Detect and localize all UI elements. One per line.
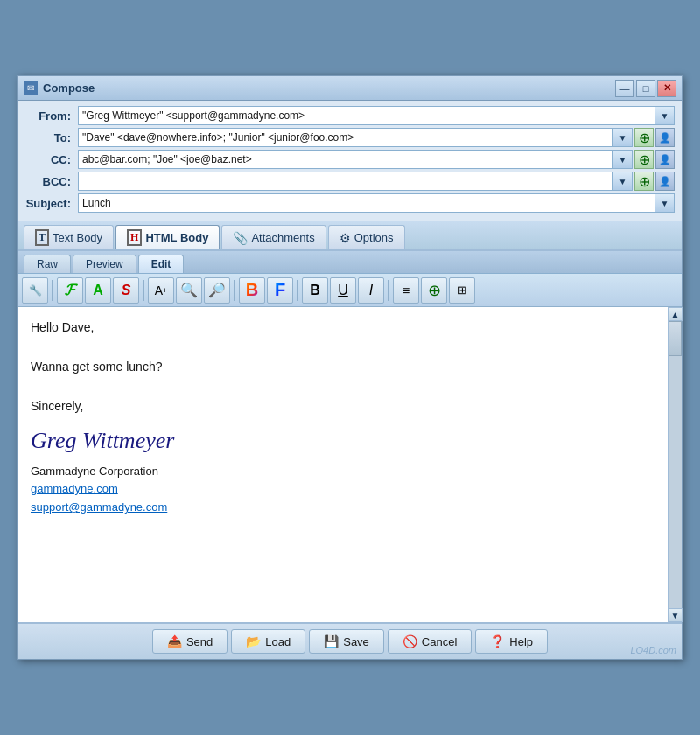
underline-button[interactable]: U <box>330 277 356 304</box>
subject-input[interactable] <box>78 193 655 213</box>
window-icon: ✉ <box>24 81 38 95</box>
body-area: Hello Dave, Wanna get some lunch? Sincer… <box>18 307 682 622</box>
color-f-button[interactable]: F <box>267 277 293 304</box>
bcc-input[interactable] <box>78 172 613 191</box>
sub-tab-raw-label: Raw <box>37 258 58 270</box>
subject-row: Subject: ▼ <box>25 193 675 213</box>
scroll-track[interactable] <box>668 321 682 608</box>
tab-html-body[interactable]: H HTML Body <box>116 225 220 249</box>
greeting-line: Hello Dave, <box>31 318 655 337</box>
to-input-wrap: ▼ ⊕ 👤 <box>78 128 675 147</box>
send-button[interactable]: 📤 Send <box>152 629 228 654</box>
from-row: From: ▼ <box>25 106 675 125</box>
tab-html-body-label: HTML Body <box>145 231 208 244</box>
save-button[interactable]: 💾 Save <box>309 629 384 654</box>
italic-button[interactable]: I <box>358 277 384 304</box>
to-add-button[interactable]: ⊕ <box>634 128 654 147</box>
tab-text-body[interactable]: T Text Body <box>24 225 114 249</box>
add-content-button[interactable]: ⊕ <box>421 277 447 304</box>
editor-toolbar: 🔧 𝓕 A S A+ 🔍 🔎 B F B U I ≡ ⊕ ⊞ <box>18 274 682 307</box>
send-icon: 📤 <box>167 634 182 648</box>
close-button[interactable]: ✕ <box>657 80 676 97</box>
scroll-down-button[interactable]: ▼ <box>668 608 682 622</box>
cancel-icon: 🚫 <box>402 634 417 648</box>
body-line: Wanna get some lunch? <box>31 357 655 376</box>
to-contacts-button[interactable]: 👤 <box>655 128 675 147</box>
from-label: From: <box>25 109 78 122</box>
cc-contacts-button[interactable]: 👤 <box>655 150 675 169</box>
sep2 <box>143 280 144 301</box>
list-button[interactable]: ≡ <box>393 277 419 304</box>
to-row: To: ▼ ⊕ 👤 <box>25 128 675 147</box>
font-s-button[interactable]: S <box>113 277 139 304</box>
help-button[interactable]: ❓ Help <box>475 629 548 654</box>
sub-tab-edit-label: Edit <box>151 258 172 270</box>
minimize-button[interactable]: — <box>615 80 634 97</box>
cancel-label: Cancel <box>422 635 457 648</box>
font-style-button[interactable]: 𝓕 <box>57 277 83 304</box>
sep4 <box>297 280 298 301</box>
cc-add-button[interactable]: ⊕ <box>634 150 654 169</box>
zoom-out-button[interactable]: 🔎 <box>204 277 230 304</box>
sub-tab-edit[interactable]: Edit <box>138 255 185 273</box>
sub-tabs: Raw Preview Edit <box>18 251 682 274</box>
signature-link-email[interactable]: support@gammadyne.com <box>31 499 655 517</box>
sep5 <box>388 280 389 301</box>
bcc-contacts-button[interactable]: 👤 <box>655 172 675 191</box>
save-label: Save <box>343 635 369 648</box>
options-icon: ⚙ <box>340 231 351 245</box>
signature-name: Greg Wittmeyer <box>31 423 655 459</box>
scroll-thumb[interactable] <box>668 321 682 356</box>
tab-text-body-label: Text Body <box>52 231 102 244</box>
cc-input[interactable] <box>78 150 613 169</box>
bcc-add-button[interactable]: ⊕ <box>634 172 654 191</box>
load-label: Load <box>265 635 290 648</box>
title-bar: ✉ Compose — □ ✕ <box>18 76 682 101</box>
bcc-row: BCC: ▼ ⊕ 👤 <box>25 172 675 191</box>
tab-attachments[interactable]: 📎 Attachments <box>221 225 326 249</box>
bcc-input-wrap: ▼ ⊕ 👤 <box>78 172 675 191</box>
to-input[interactable] <box>78 128 613 147</box>
tools-button[interactable]: 🔧 <box>22 277 48 304</box>
from-input-wrap: ▼ <box>78 106 675 125</box>
watermark: LO4D.com <box>630 645 676 655</box>
email-body[interactable]: Hello Dave, Wanna get some lunch? Sincer… <box>18 307 668 622</box>
tab-attachments-label: Attachments <box>251 231 314 244</box>
sub-tab-raw[interactable]: Raw <box>24 255 71 273</box>
subject-dropdown-button[interactable]: ▼ <box>655 193 675 213</box>
cancel-button[interactable]: 🚫 Cancel <box>388 629 472 654</box>
sep3 <box>234 280 235 301</box>
help-icon: ❓ <box>490 634 505 648</box>
bold-button[interactable]: B <box>302 277 328 304</box>
font-a-button[interactable]: A <box>85 277 111 304</box>
html-body-icon: H <box>127 229 142 246</box>
subject-input-wrap: ▼ <box>78 193 675 213</box>
font-size-up-button[interactable]: A+ <box>148 277 174 304</box>
maximize-button[interactable]: □ <box>636 80 655 97</box>
window-title: Compose <box>43 81 615 94</box>
signature-link-website[interactable]: gammadyne.com <box>31 480 655 499</box>
zoom-in-button[interactable]: 🔍 <box>176 277 202 304</box>
closing-line: Sincerely, <box>31 396 655 416</box>
cc-label: CC: <box>25 153 78 166</box>
compose-window: ✉ Compose — □ ✕ From: ▼ To: ▼ ⊕ 👤 <box>18 75 682 660</box>
cc-dropdown-button[interactable]: ▼ <box>613 150 633 169</box>
table-button[interactable]: ⊞ <box>449 277 475 304</box>
sub-tab-preview[interactable]: Preview <box>73 255 136 273</box>
tab-options[interactable]: ⚙ Options <box>328 225 405 249</box>
from-dropdown-button[interactable]: ▼ <box>655 106 675 125</box>
cc-input-wrap: ▼ ⊕ 👤 <box>78 150 675 169</box>
scroll-up-button[interactable]: ▲ <box>668 307 682 321</box>
subject-label: Subject: <box>25 197 78 210</box>
cc-row: CC: ▼ ⊕ 👤 <box>25 150 675 169</box>
signature-company: Gammadyne Corporation <box>31 463 655 481</box>
help-label: Help <box>509 635 533 648</box>
load-button[interactable]: 📂 Load <box>231 629 305 654</box>
load-icon: 📂 <box>246 634 261 648</box>
bcc-dropdown-button[interactable]: ▼ <box>613 172 633 191</box>
to-dropdown-button[interactable]: ▼ <box>613 128 633 147</box>
save-icon: 💾 <box>324 634 339 648</box>
color-b-button[interactable]: B <box>239 277 265 304</box>
scrollbar: ▲ ▼ <box>668 307 682 622</box>
from-input[interactable] <box>78 106 655 125</box>
